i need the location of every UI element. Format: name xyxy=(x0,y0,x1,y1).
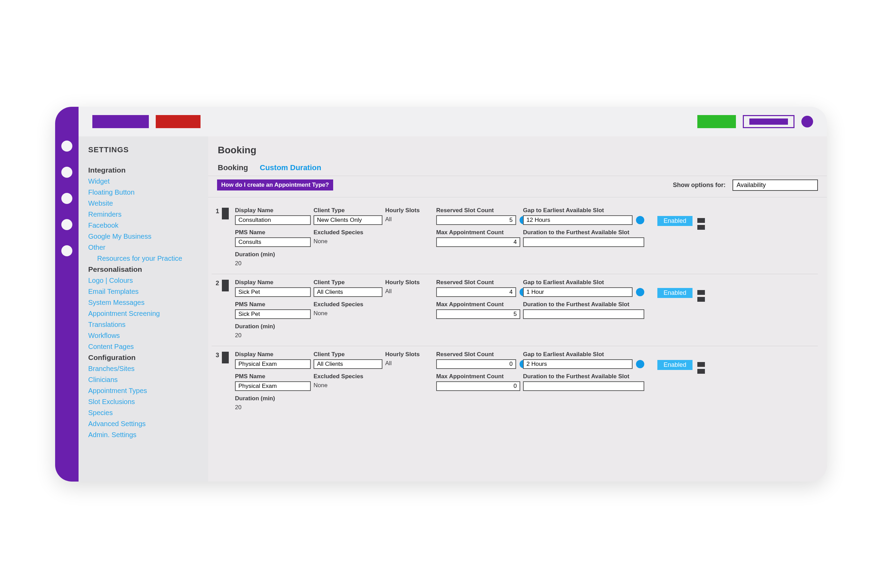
value-excluded-species: None xyxy=(314,237,382,247)
input-duration-furthest[interactable] xyxy=(523,381,644,391)
sidebar-heading-personalisation: Personalisation xyxy=(88,265,198,273)
input-gap-earliest[interactable] xyxy=(523,359,633,369)
sidebar-item-branches-sites[interactable]: Branches/Sites xyxy=(88,363,198,374)
input-display-name[interactable] xyxy=(235,359,311,369)
label-gap-earliest: Gap to Earliest Available Slot xyxy=(523,207,644,214)
sidebar-item-resources[interactable]: Resources for your Practice xyxy=(88,253,198,264)
appointment-type-rows: 1 Display Name PMS Name Duration (min) 2… xyxy=(208,197,827,482)
row-action-handle-2[interactable] xyxy=(698,369,705,374)
input-reserved-slot-count[interactable] xyxy=(436,287,516,297)
input-reserved-slot-count[interactable] xyxy=(436,359,516,369)
input-client-type[interactable] xyxy=(314,287,382,297)
label-excluded-species: Excluded Species xyxy=(314,229,382,236)
sidebar-item-translations[interactable]: Translations xyxy=(88,319,198,330)
app-window: SETTINGS Integration Widget Floating But… xyxy=(55,107,827,482)
input-duration-furthest[interactable] xyxy=(523,237,644,247)
sidebar-item-clinicians[interactable]: Clinicians xyxy=(88,374,198,385)
tab-booking[interactable]: Booking xyxy=(218,163,248,172)
rail-dot-1[interactable] xyxy=(62,141,72,152)
rail-dot-3[interactable] xyxy=(62,193,72,204)
drag-handle-icon[interactable] xyxy=(222,208,229,219)
input-pms-name[interactable] xyxy=(235,237,311,247)
rail-dot-5[interactable] xyxy=(62,245,72,256)
row-action-handle-2[interactable] xyxy=(698,225,705,230)
input-duration-furthest[interactable] xyxy=(523,309,644,319)
value-hourly-slots: All xyxy=(385,359,434,369)
help-link[interactable]: How do I create an Appointment Type? xyxy=(217,180,333,190)
show-options-for-label: Show options for: xyxy=(673,182,726,189)
sidebar-item-email-templates[interactable]: Email Templates xyxy=(88,286,198,297)
rail-dot-4[interactable] xyxy=(62,219,72,230)
label-max-appt-count: Max Appointment Count xyxy=(436,373,520,380)
input-gap-earliest[interactable] xyxy=(523,215,633,225)
label-duration-furthest: Duration to the Furthest Available Slot xyxy=(523,229,644,236)
input-reserved-slot-count[interactable] xyxy=(436,215,516,225)
label-duration: Duration (min) xyxy=(235,395,311,402)
drag-handle-icon[interactable] xyxy=(222,280,229,291)
enabled-toggle[interactable]: Enabled xyxy=(657,288,693,298)
label-excluded-species: Excluded Species xyxy=(314,373,382,380)
sidebar-item-system-messages[interactable]: System Messages xyxy=(88,297,198,308)
input-client-type[interactable] xyxy=(314,215,382,225)
info-dot-icon[interactable] xyxy=(636,216,644,224)
enabled-toggle[interactable]: Enabled xyxy=(657,216,693,226)
value-excluded-species: None xyxy=(314,381,382,391)
toolbar-outline-button[interactable] xyxy=(743,115,795,128)
label-client-type: Client Type xyxy=(314,279,382,286)
row-index: 2 xyxy=(214,279,219,287)
input-gap-earliest[interactable] xyxy=(523,287,633,297)
enabled-toggle[interactable]: Enabled xyxy=(657,360,693,370)
sidebar-item-facebook[interactable]: Facebook xyxy=(88,220,198,231)
sidebar-item-widget[interactable]: Widget xyxy=(88,176,198,187)
label-hourly-slots: Hourly Slots xyxy=(385,351,434,358)
label-excluded-species: Excluded Species xyxy=(314,301,382,308)
label-duration-furthest: Duration to the Furthest Available Slot xyxy=(523,301,644,308)
row-action-handle-1[interactable] xyxy=(698,362,705,367)
info-dot-icon[interactable] xyxy=(636,288,644,296)
app-body: SETTINGS Integration Widget Floating But… xyxy=(78,107,827,482)
input-display-name[interactable] xyxy=(235,215,311,225)
label-display-name: Display Name xyxy=(235,207,311,214)
sidebar-item-website[interactable]: Website xyxy=(88,198,198,209)
value-duration: 20 xyxy=(235,404,311,413)
sidebar-item-admin-settings[interactable]: Admin. Settings xyxy=(88,429,198,440)
sidebar-item-google-my-business[interactable]: Google My Business xyxy=(88,231,198,242)
toolbar-status-block[interactable] xyxy=(698,115,736,128)
show-options-for-select[interactable] xyxy=(732,180,818,191)
sidebar-item-other[interactable]: Other xyxy=(88,242,198,253)
settings-sidebar: SETTINGS Integration Widget Floating But… xyxy=(78,136,208,482)
label-reserved-slot-count: Reserved Slot Count xyxy=(436,207,520,214)
sidebar-item-reminders[interactable]: Reminders xyxy=(88,209,198,220)
sidebar-item-advanced-settings[interactable]: Advanced Settings xyxy=(88,418,198,429)
input-max-appt-count[interactable] xyxy=(436,309,520,319)
row-action-handle-2[interactable] xyxy=(698,297,705,302)
info-dot-icon[interactable] xyxy=(636,360,644,368)
drag-handle-icon[interactable] xyxy=(222,352,229,363)
toolbar-alert-block[interactable] xyxy=(156,115,201,128)
tablet-rail xyxy=(55,107,78,482)
label-duration-furthest: Duration to the Furthest Available Slot xyxy=(523,373,644,380)
tab-custom-duration[interactable]: Custom Duration xyxy=(260,163,321,172)
input-max-appt-count[interactable] xyxy=(436,237,520,247)
label-hourly-slots: Hourly Slots xyxy=(385,279,434,286)
sidebar-item-floating-button[interactable]: Floating Button xyxy=(88,187,198,198)
row-action-handle-1[interactable] xyxy=(698,218,705,223)
input-max-appt-count[interactable] xyxy=(436,381,520,391)
sidebar-item-appointment-screening[interactable]: Appointment Screening xyxy=(88,308,198,319)
input-pms-name[interactable] xyxy=(235,309,311,319)
sidebar-heading-configuration: Configuration xyxy=(88,353,198,362)
sidebar-item-appointment-types[interactable]: Appointment Types xyxy=(88,385,198,396)
row-action-handle-1[interactable] xyxy=(698,290,705,295)
sidebar-item-species[interactable]: Species xyxy=(88,407,198,418)
toolbar-avatar-dot[interactable] xyxy=(801,116,813,128)
rail-dot-2[interactable] xyxy=(62,167,72,178)
input-display-name[interactable] xyxy=(235,287,311,297)
label-max-appt-count: Max Appointment Count xyxy=(436,301,520,308)
input-client-type[interactable] xyxy=(314,359,382,369)
sidebar-item-slot-exclusions[interactable]: Slot Exclusions xyxy=(88,396,198,407)
sidebar-item-logo-colours[interactable]: Logo | Colours xyxy=(88,275,198,286)
toolbar-brand-block[interactable] xyxy=(92,115,149,128)
sidebar-item-content-pages[interactable]: Content Pages xyxy=(88,341,198,352)
sidebar-item-workflows[interactable]: Workflows xyxy=(88,330,198,341)
input-pms-name[interactable] xyxy=(235,381,311,391)
